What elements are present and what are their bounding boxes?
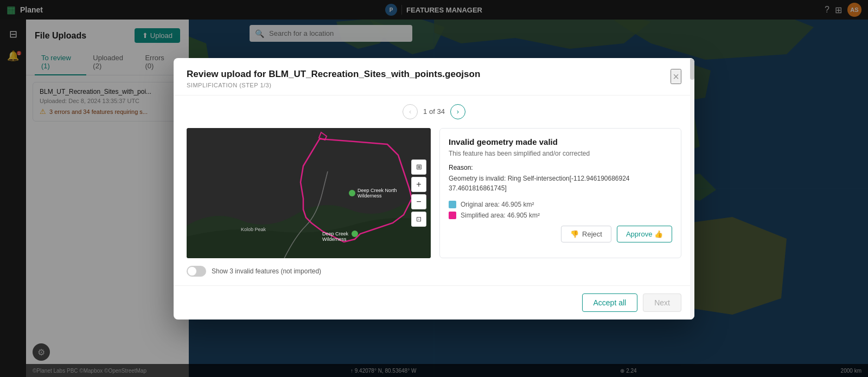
svg-text:Kolob Peak: Kolob Peak [241, 227, 266, 232]
toggle-thumb [188, 267, 196, 276]
zoom-out-button[interactable]: − [411, 194, 426, 209]
review-modal: Review upload for BLM_UT_Recreation_Site… [174, 58, 694, 320]
svg-point-4 [349, 190, 355, 196]
invalid-features-toggle[interactable] [187, 266, 206, 277]
modal-overlay: Review upload for BLM_UT_Recreation_Site… [0, 0, 868, 377]
invalid-toggle-row: Show 3 invalid features (not imported) [187, 266, 681, 277]
scroll-track[interactable] [690, 58, 694, 320]
modal-header-text: Review upload for BLM_UT_Recreation_Site… [187, 69, 480, 88]
svg-point-5 [352, 231, 358, 237]
modal-title: Review upload for BLM_UT_Recreation_Site… [187, 69, 480, 80]
original-area-swatch [449, 201, 456, 208]
feature-description: This feature has been simplified and/or … [449, 150, 672, 157]
scroll-thumb [690, 58, 694, 80]
map-zoom-controls: ⊞ + − ⊡ [411, 159, 426, 227]
original-area-row: Original area: 46.905 km² [449, 201, 672, 208]
next-page-button[interactable]: › [450, 104, 465, 119]
modal-map: Deep Creek North Wilderness Deep Creek W… [187, 128, 431, 258]
modal-header: Review upload for BLM_UT_Recreation_Site… [174, 58, 694, 95]
page-info: 1 of 34 [423, 107, 445, 116]
feature-action-row: 👎 Reject Approve 👍 [449, 226, 672, 242]
simplified-area-label: Simplified area: 46.905 km² [461, 212, 540, 219]
reason-text: Geometry is invalid: Ring Self-intersect… [449, 174, 672, 193]
approve-button[interactable]: Approve 👍 [617, 226, 672, 242]
simplified-area-row: Simplified area: 46.905 km² [449, 212, 672, 219]
modal-footer: Accept all Next [174, 285, 694, 320]
close-modal-button[interactable]: × [671, 69, 681, 84]
svg-text:Wilderness: Wilderness [358, 193, 382, 199]
svg-text:Deep Creek: Deep Creek [322, 231, 349, 237]
map-layers-button[interactable]: ⊞ [411, 159, 426, 175]
modal-body: ‹ 1 of 34 › [174, 95, 694, 285]
fit-bounds-button[interactable]: ⊡ [411, 212, 426, 227]
reject-button[interactable]: 👎 Reject [561, 226, 611, 242]
accept-all-button[interactable]: Accept all [582, 293, 638, 312]
feature-title: Invalid geometry made valid [449, 137, 672, 146]
approve-label: Approve 👍 [626, 230, 663, 238]
modal-subtitle: SIMPLIFICATION (STEP 1/3) [187, 82, 480, 88]
prev-page-button[interactable]: ‹ [403, 104, 418, 119]
zoom-in-button[interactable]: + [411, 177, 426, 192]
simplified-area-swatch [449, 212, 456, 219]
svg-text:Deep Creek North: Deep Creek North [358, 188, 397, 193]
original-area-label: Original area: 46.905 km² [461, 201, 534, 208]
invalid-toggle-label: Show 3 invalid features (not imported) [212, 267, 321, 275]
reason-label: Reason: [449, 164, 672, 171]
feature-info-panel: Invalid geometry made valid This feature… [439, 128, 681, 258]
modal-content-row: Deep Creek North Wilderness Deep Creek W… [187, 128, 681, 258]
svg-text:Wilderness: Wilderness [322, 237, 347, 242]
reject-icon: 👎 [570, 230, 579, 238]
pagination-row: ‹ 1 of 34 › [187, 104, 681, 119]
modal-map-svg: Deep Creek North Wilderness Deep Creek W… [187, 128, 431, 258]
next-button[interactable]: Next [643, 293, 681, 312]
